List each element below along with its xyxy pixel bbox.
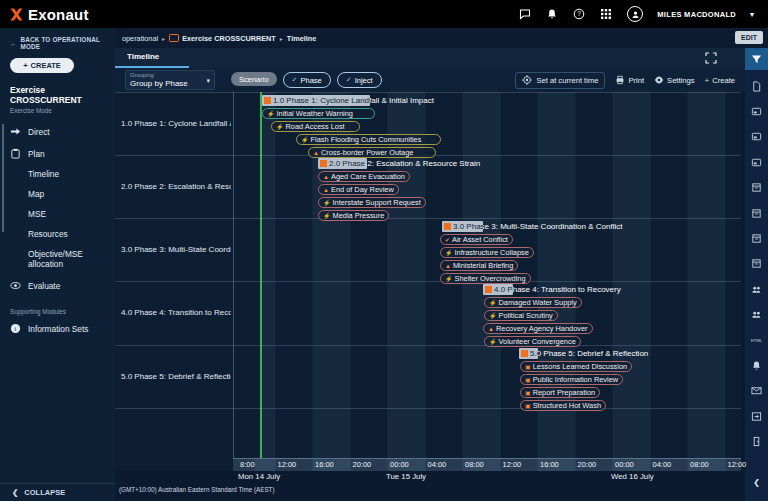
sidebar-item-evaluate[interactable]: Evaluate (0, 274, 115, 296)
inject-pill[interactable]: ⚡Media Pressure (318, 210, 389, 221)
inject-pill[interactable]: ▲End of Day Review (318, 184, 399, 195)
fullscreen-icon[interactable] (705, 52, 717, 64)
supporting-modules-label: Supporting Modules (0, 296, 115, 317)
axis-tick-label: 08:00 (465, 460, 484, 469)
check-icon: ✓ (292, 76, 298, 84)
sidebar-item-plan[interactable]: Plan (0, 142, 115, 164)
inject-pill[interactable]: ▣Report Preparation (520, 387, 600, 398)
inject-pill[interactable]: ⚡Damaged Water Supply (484, 297, 582, 308)
user-name[interactable]: MILES MACDONALD (657, 10, 736, 19)
card-icon[interactable] (745, 129, 768, 145)
breadcrumb-exercise[interactable]: Exercise CROSSCURRENT (182, 34, 276, 43)
inject-pill[interactable]: ⚡Infrastructure Collapse (440, 247, 534, 258)
sidebar-item-resources[interactable]: Resources (0, 224, 115, 244)
sidebar-item-objective-mse-allocation[interactable]: Objective/MSE allocation (0, 244, 115, 274)
help-icon[interactable]: ? (573, 8, 586, 21)
eye-icon (10, 280, 21, 291)
flash-icon: ⚡ (323, 213, 331, 219)
create-inject-button[interactable]: + Create (705, 76, 735, 85)
mail-icon: ▣ (525, 390, 531, 396)
grouping-dropdown[interactable]: Grouping Group by Phase ▾ (125, 70, 215, 90)
axis-date-label: Wed 16 July (611, 472, 654, 481)
archive-icon[interactable] (745, 180, 768, 196)
inject-pill[interactable]: ⚡Flash Flooding Cuts Communities (296, 134, 441, 145)
inject-pill[interactable]: ⚡Volunteer Convergence (484, 336, 581, 347)
bell-icon[interactable] (546, 8, 559, 21)
sidebar-item-information-sets[interactable]: i Information Sets (0, 317, 115, 339)
axis-tick-label: 16:00 (540, 460, 559, 469)
phase-bar-label-on-bar: 1.0 Phase 1: Cyclone Landfall & Initial … (273, 96, 370, 105)
sidebar-collapse-button[interactable]: ❮ COLLAPSE (0, 483, 115, 501)
door-icon[interactable] (745, 434, 768, 450)
axis-tick-label: 12:00 (728, 460, 747, 469)
inject-pill[interactable]: ▣Lessons Learned Discussion (520, 361, 632, 372)
strip-collapse-chevron-icon[interactable]: ❮ (745, 478, 768, 487)
mail-icon: ▣ (525, 377, 531, 383)
filter-pill-scenario[interactable]: Scenario (231, 72, 277, 86)
inject-pill[interactable]: ⚡Political Scrutiny (484, 310, 558, 321)
mail-icon: ▣ (525, 403, 531, 409)
inject-pill[interactable]: ▣Structured Hot Wash (520, 400, 606, 411)
tab-timeline[interactable]: Timeline (127, 52, 159, 61)
users-icon[interactable] (745, 281, 768, 297)
filter-pill-inject[interactable]: ✓Inject (337, 72, 382, 88)
back-to-operational-mode[interactable]: ← BACK TO OPERATIONAL MODE (0, 28, 115, 50)
document-icon[interactable] (745, 78, 768, 94)
archive-icon[interactable] (745, 256, 768, 272)
inject-pill[interactable]: ▣Public Information Review (520, 374, 623, 385)
exonaut-app: Exonaut ? MILES MACDONALD ▾ ← BA (0, 0, 768, 501)
inject-pill[interactable]: ⚡Road Access Lost (271, 121, 360, 132)
chevron-down-icon[interactable]: ▾ (750, 10, 754, 19)
axis-tick-label: 20:00 (578, 460, 597, 469)
bell-icon[interactable] (745, 357, 768, 373)
inject-label: Flash Flooding Cuts Communities (311, 135, 422, 144)
card-icon[interactable] (745, 154, 768, 170)
trend-icon: ▲ (488, 326, 494, 332)
users-icon[interactable] (745, 307, 768, 323)
sidebar-item-direct[interactable]: Direct (0, 120, 115, 142)
inject-pill[interactable]: ⚡Initial Weather Warning (262, 108, 375, 119)
filter-pill-phase[interactable]: ✓Phase (283, 72, 331, 88)
breadcrumb-separator-icon: ▸ (162, 35, 165, 42)
inject-pill[interactable]: ⚡Shelter Overcrowding (440, 273, 531, 284)
set-at-current-time-button[interactable]: Set at current time (515, 72, 605, 89)
avatar[interactable] (627, 6, 643, 22)
inject-label: Media Pressure (333, 211, 385, 220)
inject-pill[interactable]: ▲Ministerial Briefing (440, 260, 518, 271)
filter-pill-label: Phase (300, 76, 321, 85)
panel-icon[interactable] (745, 408, 768, 424)
inject-label: Infrastructure Collapse (455, 248, 529, 257)
sidebar-item-map[interactable]: Map (0, 184, 115, 204)
sidebar-item-mse[interactable]: MSE (0, 204, 115, 224)
card-icon[interactable] (745, 103, 768, 119)
sidebar-item-timeline[interactable]: Timeline (0, 164, 115, 184)
breadcrumb-operational[interactable]: operational (122, 34, 158, 43)
inject-pill[interactable]: ✔Air Asset Conflict (440, 234, 513, 245)
print-button[interactable]: Print (615, 75, 644, 85)
archive-icon[interactable] (745, 205, 768, 221)
html-icon[interactable]: HTML (745, 332, 768, 348)
inject-pill[interactable]: ⚡Interstate Support Request (318, 197, 426, 208)
breadcrumb: operational ▸ Exercise CROSSCURRENT ▸ Ti… (115, 28, 768, 48)
flash-icon: ⚡ (489, 300, 497, 306)
grouping-value: Group by Phase (130, 79, 210, 88)
inject-pill[interactable]: ▲Aged Care Evacuation (318, 171, 410, 182)
breadcrumb-separator-icon: ▸ (280, 35, 283, 42)
settings-button[interactable]: Settings (654, 75, 694, 85)
inject-label: End of Day Review (331, 185, 394, 194)
apps-grid-icon[interactable] (600, 8, 613, 21)
create-button[interactable]: + CREATE (10, 58, 74, 73)
printer-icon (615, 75, 625, 85)
inject-label: Public Information Review (533, 375, 618, 384)
edit-button[interactable]: EDIT (735, 31, 763, 44)
message-icon[interactable] (519, 8, 532, 21)
phase-bar-label-on-bar: 5.0 Phase 5: Debrief & Reflection (530, 349, 538, 358)
filter-icon[interactable] (745, 48, 768, 70)
axis-tick-label: 8:00 (240, 460, 255, 469)
archive-icon[interactable] (745, 230, 768, 246)
phase-bar-label: 5.0 Phase 5: Debrief & Reflection (530, 349, 648, 358)
inject-pill[interactable]: ▲Recovery Agency Handover (483, 323, 593, 334)
gear-icon (654, 75, 664, 85)
inject-pill[interactable]: ▲Cross-border Power Outage (308, 147, 436, 158)
mail-icon[interactable] (745, 383, 768, 399)
